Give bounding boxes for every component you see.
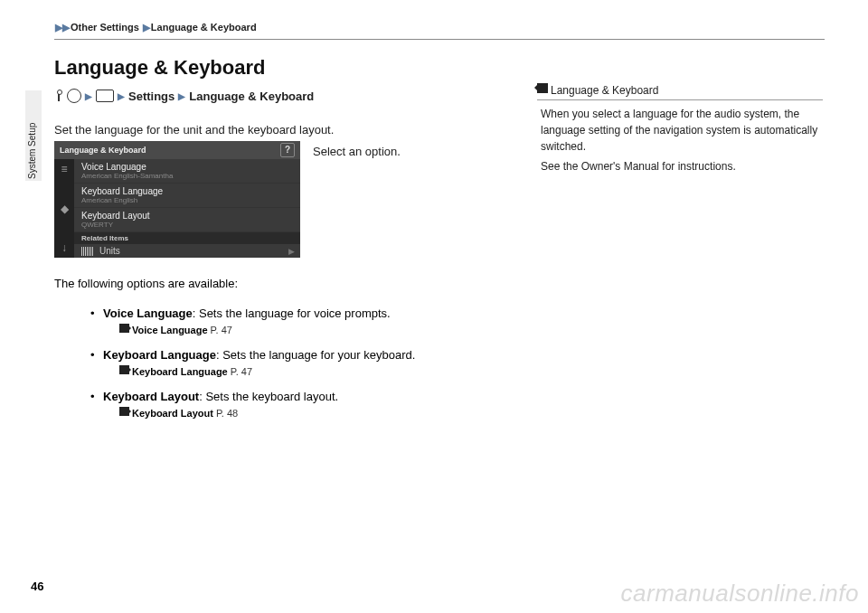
mockup-item-title: Keyboard Language	[81, 186, 293, 196]
link-icon	[119, 365, 129, 374]
note-icon	[537, 83, 548, 93]
mockup-item: Voice Language American English-Samantha	[74, 159, 300, 184]
mockup-item-title: Voice Language	[81, 162, 293, 172]
options-list: Voice Language: Sets the language for vo…	[54, 306, 515, 431]
mockup-item: Keyboard Layout QWERTY	[74, 208, 300, 232]
arrow-icon: ▶	[178, 91, 185, 101]
option-name: Keyboard Layout	[103, 390, 199, 403]
link-icon	[119, 324, 129, 333]
mockup-related-header: Related Items	[74, 232, 300, 244]
nav-section: Language & Keyboard	[189, 90, 314, 103]
note-heading: Language & Keyboard	[537, 83, 823, 100]
watermark: carmanualsonline.info	[621, 580, 859, 608]
option-item: Voice Language: Sets the language for vo…	[90, 306, 515, 335]
hand-icon	[54, 90, 63, 102]
option-name: Keyboard Language	[103, 348, 216, 362]
option-desc: : Sets the language for your keyboard.	[216, 348, 415, 362]
right-arrow-icon: ▶	[288, 247, 295, 256]
breadcrumb: ▶▶Other Settings ▶Language & Keyboard	[54, 22, 257, 33]
option-ref: Keyboard Language P. 47	[119, 365, 515, 377]
option-item: Keyboard Language: Sets the language for…	[90, 348, 515, 377]
option-item: Keyboard Layout: Sets the keyboard layou…	[90, 390, 515, 419]
ref-title: Voice Language	[132, 325, 208, 335]
mockup-units-label: Units	[99, 246, 120, 256]
nav-settings: Settings	[128, 90, 175, 103]
mockup-item-sub: QWERTY	[81, 221, 293, 229]
breadcrumb-arrow-icon: ▶▶	[55, 22, 70, 33]
note-paragraph: When you select a language for the audio…	[541, 106, 823, 155]
menu-icon	[96, 90, 114, 102]
mockup-title: Language & Keyboard	[60, 146, 146, 155]
mockup-list: Voice Language American English-Samantha…	[74, 159, 300, 258]
option-desc: : Sets the keyboard layout.	[199, 390, 338, 403]
breadcrumb-item: Language & Keyboard	[151, 22, 257, 33]
ref-page: P. 47	[231, 366, 252, 377]
mockup-item-title: Keyboard Layout	[81, 211, 293, 221]
ref-page: P. 47	[211, 325, 232, 335]
down-arrow-icon: ↓	[61, 241, 67, 254]
diamond-icon: ◆	[61, 203, 69, 215]
help-icon: ?	[280, 143, 295, 157]
ref-page: P. 48	[216, 408, 238, 419]
option-name: Voice Language	[103, 306, 193, 320]
mockup-item: Keyboard Language American English	[74, 184, 300, 208]
ruler-icon	[81, 247, 94, 256]
menu-lines-icon: ≡	[61, 163, 67, 175]
breadcrumb-arrow-icon: ▶	[143, 22, 150, 33]
ref-title: Keyboard Language	[132, 366, 228, 377]
mockup-header: Language & Keyboard ?	[54, 141, 300, 159]
page-number: 46	[31, 580, 43, 593]
breadcrumb-item: Other Settings	[71, 22, 139, 33]
note-title: Language & Keyboard	[551, 84, 658, 97]
intro-text: Set the language for the unit and the ke…	[54, 123, 334, 137]
mockup-units-item: Units ▶	[74, 244, 300, 258]
screenshot-mockup: Language & Keyboard ? ≡ ◆ ↓ Voice Langua…	[54, 141, 300, 255]
sidebar-note: Language & Keyboard When you select a la…	[537, 83, 823, 178]
note-paragraph: See the Owner's Manual for instructions.	[541, 158, 823, 174]
option-ref: Keyboard Layout P. 48	[119, 407, 515, 419]
option-desc: : Sets the language for voice prompts.	[193, 306, 391, 320]
side-label: System Setup	[27, 123, 37, 179]
ref-title: Keyboard Layout	[132, 408, 213, 419]
home-icon	[67, 89, 81, 103]
option-ref: Voice Language P. 47	[119, 324, 515, 335]
divider	[54, 39, 825, 40]
mockup-item-sub: American English-Samantha	[81, 172, 293, 180]
arrow-icon: ▶	[85, 91, 92, 101]
step-caption: Select an option.	[313, 145, 401, 158]
link-icon	[119, 407, 129, 416]
nav-path: ▶ ▶ Settings ▶ Language & Keyboard	[54, 89, 314, 103]
options-intro: The following options are available:	[54, 277, 238, 290]
arrow-icon: ▶	[118, 91, 125, 101]
mockup-item-sub: American English	[81, 196, 293, 204]
mockup-sidebar: ≡ ◆ ↓	[54, 159, 74, 258]
page-title: Language & Keyboard	[54, 56, 265, 80]
